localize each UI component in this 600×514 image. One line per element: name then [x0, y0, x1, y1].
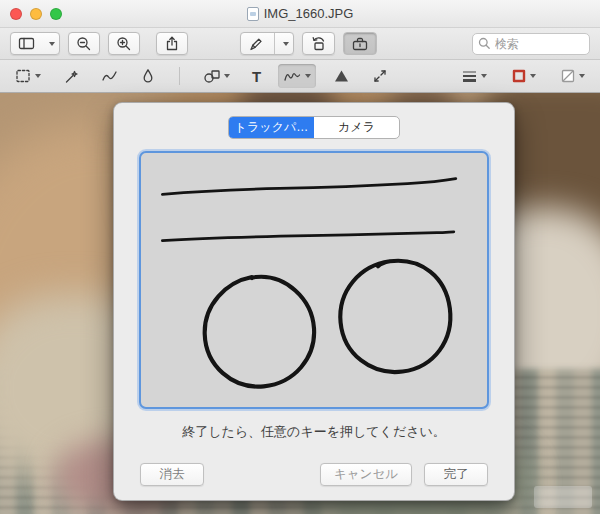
signature-icon — [283, 68, 302, 84]
text-tool-icon: T — [252, 69, 261, 84]
cancel-button-label: キャンセル — [334, 466, 398, 483]
toolbar-separator — [179, 67, 180, 85]
zoom-out-icon — [76, 36, 92, 52]
tab-trackpad-label: トラックパ… — [235, 119, 308, 136]
chevron-down-icon — [35, 74, 41, 78]
markup-toolbar: T — [0, 60, 600, 93]
title-bar: IMG_1660.JPG — [0, 0, 600, 28]
markup-toolbar-toggle-button[interactable] — [343, 32, 377, 55]
toolbox-icon — [351, 36, 369, 52]
fill-color-button[interactable] — [555, 64, 590, 88]
shapes-icon — [203, 68, 221, 84]
signature-stroke-circle-right — [340, 261, 450, 372]
line-style-button[interactable] — [456, 64, 492, 88]
zoom-window-button[interactable] — [50, 8, 62, 20]
chevron-down-icon — [481, 74, 487, 78]
main-toolbar — [0, 28, 600, 60]
text-tool-button[interactable]: T — [247, 64, 266, 88]
zoom-in-button[interactable] — [108, 32, 140, 55]
search-field — [472, 33, 590, 55]
tab-trackpad[interactable]: トラックパ… — [229, 117, 314, 138]
traffic-lights — [10, 8, 62, 20]
clear-button[interactable]: 消去 — [140, 463, 204, 486]
shapes-tool-button[interactable] — [198, 64, 235, 88]
chevron-down-icon — [530, 74, 536, 78]
signature-popover: トラックパ… カメラ 終了したら、任意のキーを押してください。 消去 キャンセル… — [113, 102, 515, 501]
share-icon — [164, 35, 180, 52]
border-color-icon — [511, 68, 527, 84]
instant-alpha-button[interactable] — [58, 64, 84, 88]
share-button[interactable] — [156, 32, 188, 55]
adjust-size-icon — [372, 68, 388, 84]
done-button[interactable]: 完了 — [424, 463, 488, 486]
zoom-in-icon — [116, 36, 132, 52]
cancel-button[interactable]: キャンセル — [320, 463, 412, 486]
line-style-icon — [461, 68, 478, 84]
sketch-icon — [101, 68, 118, 84]
adjust-size-button[interactable] — [367, 64, 393, 88]
adjust-color-icon — [333, 68, 350, 84]
markup-pen-button[interactable] — [240, 32, 294, 55]
watermark — [534, 486, 592, 508]
draw-tool-button[interactable] — [135, 64, 161, 88]
chevron-down-icon — [49, 42, 55, 46]
tab-camera-label: カメラ — [338, 119, 375, 136]
chevron-down-icon — [579, 74, 585, 78]
search-icon — [478, 37, 491, 50]
popover-button-row: 消去 キャンセル 完了 — [140, 463, 488, 486]
brush-icon — [140, 68, 156, 84]
document-icon — [247, 7, 259, 21]
done-button-label: 完了 — [444, 466, 469, 483]
zoom-out-button[interactable] — [68, 32, 100, 55]
selection-icon — [15, 68, 32, 84]
pen-icon — [242, 33, 270, 54]
signature-stroke-line-1 — [162, 179, 455, 195]
minimize-button[interactable] — [30, 8, 42, 20]
sign-tool-button[interactable] — [278, 64, 316, 88]
magic-wand-icon — [63, 68, 79, 84]
rotate-button[interactable] — [302, 32, 335, 55]
signature-strokes — [141, 153, 487, 407]
sketch-tool-button[interactable] — [96, 64, 123, 88]
sidebar-icon — [12, 33, 41, 54]
selection-tool-button[interactable] — [10, 64, 46, 88]
signature-instruction: 終了したら、任意のキーを押してください。 — [114, 423, 514, 441]
chevron-down-icon — [224, 74, 230, 78]
signature-drawing-area[interactable] — [139, 151, 489, 409]
window-title: IMG_1660.JPG — [264, 6, 354, 21]
rotate-icon — [310, 36, 327, 52]
clear-button-label: 消去 — [160, 466, 185, 483]
chevron-down-icon — [305, 74, 311, 78]
signature-source-segmented-control: トラックパ… カメラ — [228, 116, 400, 139]
adjust-color-button[interactable] — [328, 64, 355, 88]
border-color-button[interactable] — [506, 64, 541, 88]
sidebar-view-button[interactable] — [10, 32, 60, 55]
close-button[interactable] — [10, 8, 22, 20]
chevron-down-icon — [283, 42, 289, 46]
signature-stroke-circle-left — [205, 277, 314, 387]
signature-stroke-line-2 — [162, 232, 453, 241]
fill-color-icon — [560, 68, 576, 84]
tab-camera[interactable]: カメラ — [314, 117, 399, 138]
